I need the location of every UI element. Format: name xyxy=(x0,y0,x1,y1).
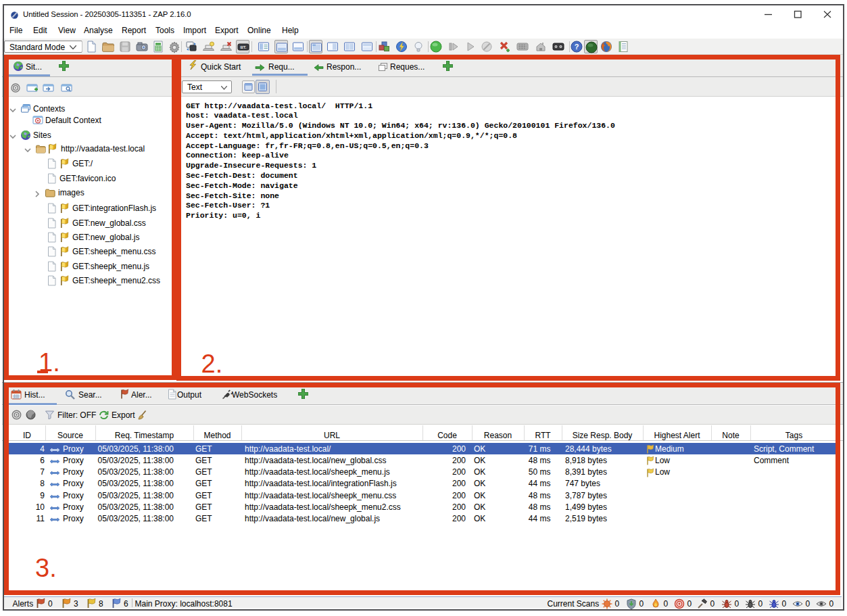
svg-text:?: ? xyxy=(575,43,579,51)
svg-text:BT.: BT. xyxy=(241,45,247,49)
